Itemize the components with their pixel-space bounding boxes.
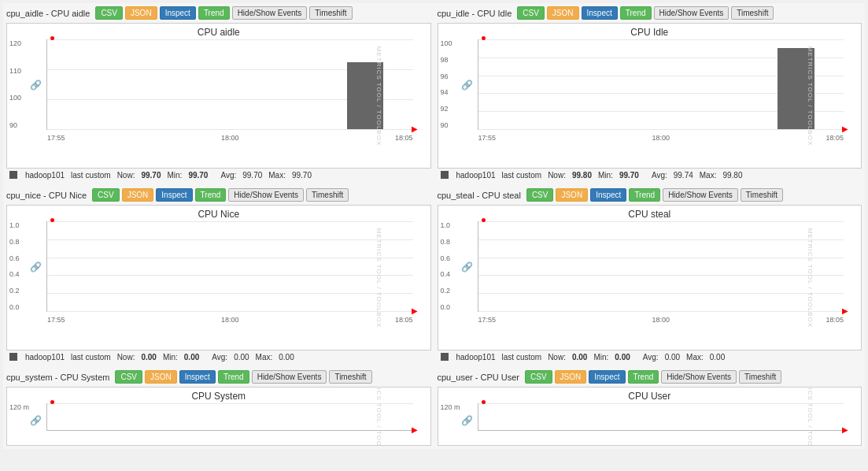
cpu_nice-btn-trend[interactable]: Trend (195, 188, 227, 202)
cpu_steal-btn-csv[interactable]: CSV (526, 188, 554, 202)
cpu_nice-btn-hide-show[interactable]: Hide/Show Events (228, 188, 304, 202)
stats-now-cpu_aidle: 99.70 (141, 171, 161, 180)
red-dot-top-cpu_steal (482, 218, 486, 222)
link-icon-cpu_system[interactable]: 🔗 (30, 415, 42, 426)
cpu_steal-btn-timeshift[interactable]: Timeshift (741, 188, 783, 202)
cpu_idle-btn-trend[interactable]: Trend (620, 6, 652, 20)
stats-min-cpu_idle: 99.70 (619, 171, 639, 180)
cpu_aidle-btn-inspect[interactable]: Inspect (160, 6, 196, 20)
stats-host-cpu_nice: hadoop101 (25, 353, 65, 362)
stats-avg-cpu_steal: 0.00 (665, 353, 680, 362)
stats-host-cpu_steal: hadoop101 (456, 353, 496, 362)
panel-cpu_idle: cpu_idle - CPU IdleCSVJSONInspectTrendHi… (434, 3, 866, 185)
toolbox-label-cpu_nice: METRICS TOOL / TOOLBOX (375, 228, 382, 327)
panel-header-cpu_idle: cpu_idle - CPU IdleCSVJSONInspectTrendHi… (438, 6, 862, 20)
cpu_nice-btn-timeshift[interactable]: Timeshift (306, 188, 349, 202)
stats-avg-cpu_idle: 99.74 (674, 171, 693, 180)
stats-now-label-cpu_idle: Now: (548, 171, 566, 180)
chart-title-cpu_user: CPU User (438, 388, 862, 403)
stats-now-cpu_idle: 99.80 (572, 171, 592, 180)
panel-cpu_system: cpu_system - CPU SystemCSVJSONInspectTre… (3, 367, 434, 449)
chart-cpu_aidle: CPU aidle1201101009017:5518:0018:05▶🔗MET… (6, 23, 431, 169)
stats-preset-cpu_aidle: last custom (71, 171, 111, 180)
cpu_steal-btn-json[interactable]: JSON (556, 188, 588, 202)
panel-cpu_steal: cpu_steal - CPU stealCSVJSONInspectTrend… (434, 185, 866, 367)
link-icon-cpu_user[interactable]: 🔗 (461, 415, 473, 426)
chart-area-cpu_steal: 1.00.80.60.40.20.017:5518:0018:05▶🔗 (478, 221, 844, 312)
toolbox-label-cpu_system: METRICS TOOL / TOOLBOX (375, 387, 382, 446)
cpu_user-btn-trend[interactable]: Trend (628, 370, 659, 384)
link-icon-cpu_nice[interactable]: 🔗 (30, 261, 42, 273)
cpu_aidle-btn-json[interactable]: JSON (125, 6, 157, 20)
cpu_aidle-btn-trend[interactable]: Trend (198, 6, 230, 20)
red-dot-top-cpu_nice (50, 218, 54, 222)
cpu_user-btn-inspect[interactable]: Inspect (589, 370, 625, 384)
cpu_aidle-btn-hide-show[interactable]: Hide/Show Events (232, 6, 308, 20)
cpu_idle-btn-hide-show[interactable]: Hide/Show Events (654, 6, 729, 20)
panel-header-cpu_user: cpu_user - CPU UserCSVJSONInspectTrendHi… (438, 370, 862, 384)
y-labels-cpu_steal: 1.00.80.60.40.20.0 (441, 221, 451, 311)
toolbox-label-cpu_steal: METRICS TOOL / TOOLBOX (806, 228, 813, 327)
cpu_steal-btn-trend[interactable]: Trend (629, 188, 660, 202)
stats-cpu_idle: hadoop101 last custom Now: 99.80 Min: 99… (438, 169, 862, 182)
toolbox-label-cpu_idle: METRICS TOOL / TOOLBOX (806, 46, 813, 145)
stats-max-label-cpu_nice: Max: (256, 353, 273, 362)
panel-header-cpu_aidle: cpu_aidle - CPU aidleCSVJSONInspectTrend… (6, 6, 431, 20)
cpu_idle-btn-inspect[interactable]: Inspect (582, 6, 618, 20)
red-dot-top-cpu_idle (482, 36, 486, 40)
panel-title-cpu_system: cpu_system - CPU System (6, 373, 109, 382)
cpu_nice-btn-inspect[interactable]: Inspect (156, 188, 192, 202)
stats-min-label-cpu_nice: Min: (163, 353, 178, 362)
chart-title-cpu_nice: CPU Nice (7, 206, 430, 221)
cpu_user-btn-json[interactable]: JSON (555, 370, 587, 384)
cpu_system-btn-hide-show[interactable]: Hide/Show Events (252, 370, 327, 384)
stats-swatch-cpu_steal (441, 353, 449, 361)
link-icon-cpu_steal[interactable]: 🔗 (461, 261, 473, 273)
stats-max-label-cpu_steal: Max: (686, 353, 704, 362)
cpu_idle-btn-json[interactable]: JSON (547, 6, 579, 20)
chart-title-cpu_idle: CPU Idle (438, 24, 862, 39)
stats-max-cpu_idle: 99.80 (722, 171, 742, 180)
chart-area-cpu_system: 120 m▶🔗 (46, 403, 413, 431)
stats-avg-label-cpu_idle: Avg: (652, 171, 667, 180)
cpu_system-btn-json[interactable]: JSON (145, 370, 177, 384)
stats-host-cpu_aidle: hadoop101 (25, 171, 65, 180)
panel-cpu_user: cpu_user - CPU UserCSVJSONInspectTrendHi… (434, 367, 866, 449)
stats-avg-cpu_nice: 0.00 (234, 353, 249, 362)
arrow-right-cpu_aidle: ▶ (412, 124, 418, 133)
stats-swatch-cpu_nice (9, 353, 17, 361)
cpu_idle-btn-timeshift[interactable]: Timeshift (731, 6, 774, 20)
y-labels-cpu_aidle: 12011010090 (9, 39, 21, 129)
stats-swatch-cpu_idle (441, 171, 449, 179)
chart-cpu_idle: CPU Idle100989694929017:5518:0018:05▶🔗ME… (438, 23, 862, 169)
panel-title-cpu_aidle: cpu_aidle - CPU aidle (6, 9, 90, 18)
stats-avg-label-cpu_nice: Avg: (212, 353, 227, 362)
y-labels-cpu_nice: 1.00.80.60.40.20.0 (9, 221, 20, 311)
cpu_idle-btn-csv[interactable]: CSV (517, 6, 545, 20)
cpu_system-btn-inspect[interactable]: Inspect (179, 370, 216, 384)
cpu_user-btn-csv[interactable]: CSV (525, 370, 552, 384)
cpu_aidle-btn-timeshift[interactable]: Timeshift (309, 6, 352, 20)
link-icon-cpu_idle[interactable]: 🔗 (461, 80, 473, 91)
chart-area-cpu_aidle: 1201101009017:5518:0018:05▶🔗 (46, 39, 413, 130)
cpu_system-btn-csv[interactable]: CSV (115, 370, 142, 384)
stats-now-cpu_steal: 0.00 (572, 353, 587, 362)
toolbox-label-cpu_aidle: METRICS TOOL / TOOLBOX (375, 46, 382, 145)
stats-swatch-cpu_aidle (9, 171, 17, 179)
arrow-right-cpu_system: ▶ (412, 425, 418, 434)
y-labels-cpu_system: 120 m (9, 403, 29, 430)
cpu_steal-btn-hide-show[interactable]: Hide/Show Events (663, 188, 738, 202)
cpu_system-btn-timeshift[interactable]: Timeshift (329, 370, 371, 384)
cpu_steal-btn-inspect[interactable]: Inspect (590, 188, 626, 202)
stats-cpu_aidle: hadoop101 last custom Now: 99.70 Min: 99… (6, 169, 431, 182)
stats-cpu_nice: hadoop101 last custom Now: 0.00 Min: 0.0… (6, 350, 431, 364)
cpu_aidle-btn-csv[interactable]: CSV (95, 6, 123, 20)
cpu_system-btn-trend[interactable]: Trend (218, 370, 249, 384)
cpu_nice-btn-json[interactable]: JSON (122, 188, 154, 202)
cpu_nice-btn-csv[interactable]: CSV (92, 188, 120, 202)
cpu_user-btn-timeshift[interactable]: Timeshift (739, 370, 781, 384)
stats-min-cpu_aidle: 99.70 (188, 171, 208, 180)
link-icon-cpu_aidle[interactable]: 🔗 (30, 80, 42, 91)
cpu_user-btn-hide-show[interactable]: Hide/Show Events (661, 370, 737, 384)
panel-title-cpu_idle: cpu_idle - CPU Idle (438, 9, 512, 18)
